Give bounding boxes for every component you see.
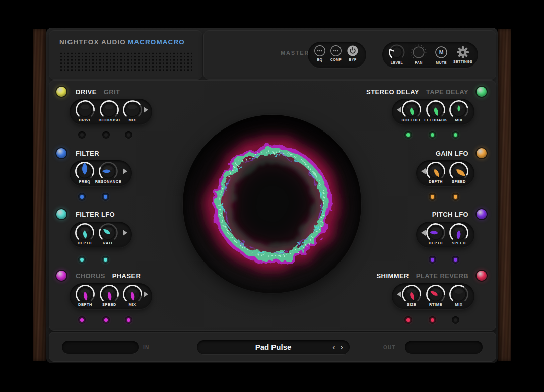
tab-stereo-delay[interactable]: STEREO DELAY bbox=[366, 88, 419, 96]
level-knob[interactable]: LEVEL bbox=[387, 43, 407, 64]
preset-name: Pad Pulse bbox=[197, 340, 350, 354]
preset-prev-button[interactable]: ‹ bbox=[332, 340, 335, 354]
gear-icon bbox=[453, 44, 473, 61]
knob-label-mix: MIX bbox=[443, 302, 475, 307]
expand-right-arrow-icon[interactable] bbox=[144, 291, 148, 297]
mini-led-dot bbox=[454, 195, 457, 199]
settings-label: SETTINGS bbox=[453, 60, 473, 63]
knob-group-filter-lfo: DEPTH RATE bbox=[70, 222, 132, 248]
master-panel: MASTER EQ COMP BYP LEVEL bbox=[203, 30, 496, 80]
knob-label-mix: MIX bbox=[443, 118, 475, 122]
expand-right-arrow-icon[interactable] bbox=[144, 107, 148, 113]
mini-led-dot bbox=[431, 258, 434, 262]
mini-led-gain-lfo-2 bbox=[452, 193, 459, 201]
tab-grit[interactable]: GRIT bbox=[104, 88, 120, 96]
mini-led-stereo-delay-2 bbox=[429, 131, 436, 139]
output-meter bbox=[405, 341, 483, 354]
brand-panel: NIGHTFOX AUDIOMACROMACRO bbox=[49, 30, 202, 80]
svg-text:M: M bbox=[439, 49, 444, 55]
section-enable-led-stereo-delay[interactable] bbox=[477, 87, 487, 97]
master-label: MASTER bbox=[281, 50, 309, 56]
preset-next-button[interactable]: › bbox=[340, 340, 343, 354]
mini-led-shimmer-1 bbox=[404, 316, 412, 324]
tab-tape-delay[interactable]: TAPE DELAY bbox=[426, 88, 468, 96]
knob-group-gain-lfo: DEPTH SPEED bbox=[416, 160, 474, 186]
section-enable-led-chorus-phaser[interactable] bbox=[56, 271, 66, 281]
tab-chorus[interactable]: CHORUS bbox=[76, 272, 105, 280]
tab-filter-lfo[interactable]: FILTER LFO bbox=[76, 211, 115, 218]
mute-button[interactable]: M MUTE bbox=[431, 43, 451, 64]
mini-led-dot bbox=[127, 318, 130, 322]
product-name: MACROMACRO bbox=[128, 38, 185, 46]
utility-group: LEVEL PAN M MUTE SETTINGS bbox=[382, 42, 478, 68]
mini-led-chorus-phaser-3 bbox=[125, 316, 132, 324]
tab-pitch-lfo[interactable]: PITCH LFO bbox=[432, 211, 468, 218]
knob-label-rate: RATE bbox=[92, 241, 124, 245]
mini-led-pitch-lfo-2 bbox=[452, 256, 459, 264]
knob-group-shimmer: SIZE RTIME MIX bbox=[392, 283, 474, 309]
tab-gain-lfo[interactable]: GAIN LFO bbox=[436, 150, 468, 157]
mini-led-pitch-lfo-1 bbox=[429, 256, 436, 264]
section-enable-led-pitch-lfo[interactable] bbox=[477, 209, 487, 219]
mini-led-dot bbox=[80, 133, 84, 137]
output-label: OUT bbox=[383, 345, 396, 350]
bypass-button[interactable]: BYP bbox=[345, 45, 360, 61]
section-enable-led-filter[interactable] bbox=[56, 148, 66, 158]
mini-led-filter-1 bbox=[78, 193, 86, 201]
mini-led-filter-2 bbox=[102, 193, 109, 201]
settings-button[interactable]: SETTINGS bbox=[453, 43, 473, 63]
power-icon bbox=[345, 45, 360, 57]
mute-icon: M bbox=[431, 43, 451, 62]
tab-drive[interactable]: DRIVE bbox=[76, 88, 97, 96]
knob-group-stereo-delay: ROLLOFF FEEDBACK MIX bbox=[392, 99, 474, 125]
knob-group-drive: DRIVE BITCRUSH MIX bbox=[70, 99, 152, 125]
mini-led-shimmer-2 bbox=[429, 316, 436, 324]
mini-led-dot bbox=[431, 133, 434, 137]
mute-label: MUTE bbox=[431, 61, 451, 64]
mini-led-dot bbox=[127, 133, 130, 137]
mini-led-dot bbox=[104, 133, 108, 137]
tab-shimmer[interactable]: SHIMMER bbox=[377, 272, 409, 280]
mini-led-stereo-delay-3 bbox=[452, 131, 459, 139]
wood-panel-right bbox=[498, 29, 511, 361]
section-enable-led-drive[interactable] bbox=[56, 87, 66, 97]
expand-right-arrow-icon[interactable] bbox=[123, 168, 127, 174]
tab-phaser[interactable]: PHASER bbox=[112, 272, 141, 280]
mini-led-dot bbox=[406, 318, 410, 322]
mini-led-dot bbox=[104, 318, 108, 322]
tab-plate-reverb[interactable]: PLATE REVERB bbox=[416, 272, 468, 280]
preset-selector[interactable]: Pad Pulse ‹ › bbox=[197, 340, 350, 354]
level-label: LEVEL bbox=[387, 61, 407, 64]
comp-label: COMP bbox=[328, 58, 344, 61]
mini-led-gain-lfo-1 bbox=[429, 193, 436, 201]
section-enable-led-gain-lfo[interactable] bbox=[477, 148, 487, 158]
knob-label-mix: MIX bbox=[116, 302, 149, 307]
tab-filter[interactable]: FILTER bbox=[76, 150, 99, 157]
knob-label-mix: MIX bbox=[116, 118, 149, 122]
mini-led-dot bbox=[406, 133, 410, 137]
expand-right-arrow-icon[interactable] bbox=[123, 230, 127, 236]
section-tabs-filter: FILTER bbox=[76, 149, 99, 158]
mini-led-drive-2 bbox=[102, 131, 110, 139]
section-tabs-drive: DRIVEGRIT bbox=[76, 87, 120, 96]
knob-label-resonance: RESONANCE bbox=[92, 179, 124, 184]
plugin-window: NIGHTFOX AUDIOMACROMACRO MASTER EQ COMP … bbox=[0, 0, 544, 392]
eq-label: EQ bbox=[312, 58, 327, 61]
mini-led-dot bbox=[80, 195, 84, 199]
mini-led-drive-3 bbox=[125, 131, 132, 139]
knob-group-filter: FREQ RESONANCE bbox=[70, 160, 132, 186]
mini-led-dot bbox=[104, 195, 107, 199]
section-enable-led-shimmer[interactable] bbox=[477, 271, 487, 281]
comp-button[interactable]: COMP bbox=[328, 45, 344, 61]
mini-led-chorus-phaser-2 bbox=[102, 316, 110, 324]
mini-led-filter-lfo-1 bbox=[78, 256, 86, 264]
mini-led-dot bbox=[454, 318, 457, 322]
mini-led-filter-lfo-2 bbox=[102, 256, 109, 264]
section-enable-led-filter-lfo[interactable] bbox=[56, 209, 66, 219]
eq-button[interactable]: EQ bbox=[312, 45, 327, 61]
knob-group-pitch-lfo: DEPTH SPEED bbox=[416, 222, 474, 248]
pan-knob[interactable]: PAN bbox=[409, 43, 429, 64]
section-tabs-pitch-lfo: PITCH LFO bbox=[432, 210, 468, 219]
visualizer-ring bbox=[183, 115, 361, 293]
mini-led-dot bbox=[80, 258, 84, 262]
